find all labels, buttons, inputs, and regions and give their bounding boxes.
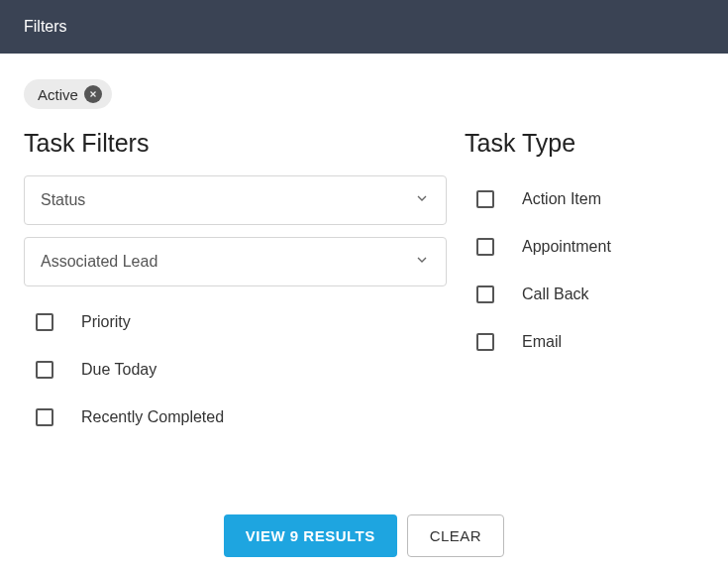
email-checkbox[interactable]	[476, 333, 494, 351]
priority-row: Priority	[24, 298, 465, 346]
panel-title: Filters	[24, 18, 67, 35]
recently-completed-row: Recently Completed	[24, 394, 465, 441]
call-back-row: Call Back	[465, 271, 704, 318]
appointment-checkbox[interactable]	[476, 238, 494, 256]
action-item-row: Action Item	[465, 175, 704, 223]
select-label: Status	[41, 191, 85, 209]
recently-completed-checkbox[interactable]	[36, 408, 53, 426]
checkbox-label: Priority	[81, 313, 131, 331]
task-filters-title: Task Filters	[24, 129, 465, 158]
due-today-checkbox[interactable]	[36, 361, 53, 379]
select-label: Associated Lead	[41, 253, 157, 271]
due-today-row: Due Today	[24, 346, 465, 394]
chevron-down-icon	[414, 190, 430, 210]
task-type-column: Task Type Action Item Appointment Call B…	[465, 129, 704, 441]
status-select[interactable]: Status	[24, 175, 447, 225]
checkbox-label: Appointment	[522, 238, 611, 256]
associated-lead-select[interactable]: Associated Lead	[24, 237, 447, 286]
chip-label: Active	[38, 86, 78, 103]
clear-button[interactable]: CLEAR	[407, 514, 505, 557]
view-results-button[interactable]: VIEW 9 RESULTS	[224, 514, 397, 557]
panel-footer: VIEW 9 RESULTS CLEAR	[0, 514, 728, 557]
task-filters-column: Task Filters Status Associated Lead Prio…	[24, 129, 465, 441]
appointment-row: Appointment	[465, 223, 704, 271]
panel-content: Active Task Filters Status Associated Le…	[0, 54, 728, 441]
checkbox-label: Action Item	[522, 190, 601, 208]
email-row: Email	[465, 318, 704, 366]
checkbox-label: Email	[522, 333, 562, 351]
remove-chip-icon[interactable]	[84, 85, 102, 103]
action-item-checkbox[interactable]	[476, 190, 494, 208]
checkbox-label: Call Back	[522, 285, 589, 303]
task-type-title: Task Type	[465, 129, 704, 158]
checkbox-label: Due Today	[81, 361, 156, 379]
priority-checkbox[interactable]	[36, 313, 53, 331]
checkbox-label: Recently Completed	[81, 408, 224, 426]
panel-header: Filters	[0, 0, 728, 54]
active-filter-chip[interactable]: Active	[24, 79, 112, 109]
call-back-checkbox[interactable]	[476, 285, 494, 303]
chevron-down-icon	[414, 252, 430, 272]
